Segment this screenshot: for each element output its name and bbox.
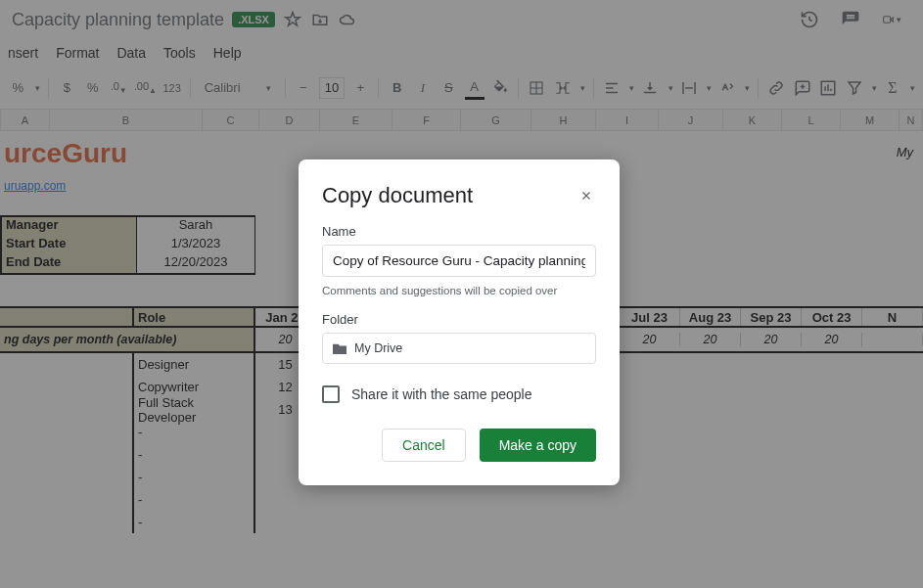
name-label: Name xyxy=(322,224,596,239)
folder-value: My Drive xyxy=(354,341,402,355)
share-checkbox[interactable] xyxy=(322,385,340,403)
close-icon[interactable] xyxy=(577,186,596,205)
copy-document-dialog: Copy document Name Comments and suggesti… xyxy=(299,159,620,485)
dialog-hint: Comments and suggestions will be copied … xyxy=(322,285,596,296)
dialog-title: Copy document xyxy=(322,183,473,208)
folder-select[interactable]: My Drive xyxy=(322,333,596,364)
folder-label: Folder xyxy=(322,312,596,327)
make-copy-button[interactable]: Make a copy xyxy=(480,429,596,462)
name-input[interactable] xyxy=(322,245,596,277)
folder-icon xyxy=(333,342,346,354)
cancel-button[interactable]: Cancel xyxy=(382,429,466,462)
share-label: Share it with the same people xyxy=(351,386,531,402)
